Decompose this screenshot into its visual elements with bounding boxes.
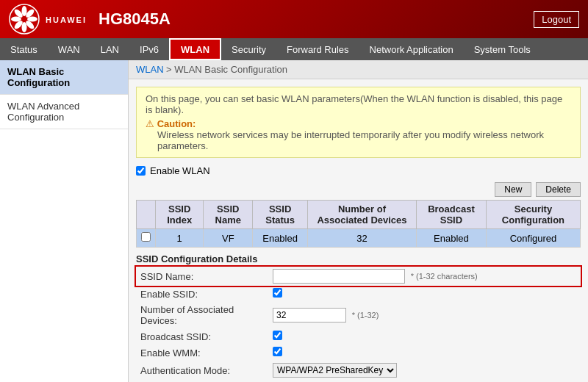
ssid-name-label: SSID Name: [136,267,268,286]
header: HUAWEI HG8045A Logout [0,0,588,38]
caution-label: Caution: [157,118,196,129]
ssid-table: SSID Index SSID Name SSID Status Number … [136,200,581,248]
enable-wlan-label: Enable WLAN [150,165,210,176]
main-content: WLAN > WLAN Basic Configuration On this … [129,60,588,382]
nav-security[interactable]: Security [221,38,276,60]
info-main-text: On this page, you can set basic WLAN par… [146,93,571,115]
nav-lan[interactable]: LAN [90,38,129,60]
model-title: HG8045A [98,10,171,29]
broadcast-checkbox[interactable] [273,331,282,340]
col-index: SSID Index [156,201,204,229]
delete-button[interactable]: Delete [536,182,581,197]
breadcrumb-current: WLAN Basic Configuration [174,64,287,75]
nav-system-tools[interactable]: System Tools [464,38,541,60]
huawei-logo [9,4,40,35]
row-checkbox-cell [137,229,156,248]
svg-point-1 [22,6,27,16]
nav-forward-rules[interactable]: Forward Rules [276,38,359,60]
auth-cell: WPA/WPA2 PreSharedKey WPA WPA2 None [268,361,581,380]
wmm-cell [268,345,581,361]
breadcrumb-wlan[interactable]: WLAN [136,64,164,75]
wmm-checkbox[interactable] [273,347,282,356]
enable-wlan-checkbox[interactable] [136,166,146,176]
auth-row: Authentication Mode: WPA/WPA2 PreSharedK… [136,361,581,380]
nav-wan[interactable]: WAN [48,38,90,60]
nav-ipv6[interactable]: IPv6 [129,38,169,60]
action-buttons: New Delete [136,182,581,197]
enable-ssid-checkbox[interactable] [273,288,282,298]
col-security: Security Configuration [486,201,580,229]
ssid-name-hint: * (1-32 characters) [411,272,478,281]
ssid-name-row: SSID Name: * (1-32 characters) [136,267,581,286]
enable-ssid-row: Enable SSID: [136,286,581,302]
nav-bar: Status WAN LAN IPv6 WLAN Security Forwar… [0,38,588,60]
col-checkbox [137,201,156,229]
caution-text: Wireless network services may be interru… [157,129,571,151]
wmm-row: Enable WMM: [136,345,581,361]
col-devices: Number of Associated Devices [308,201,417,229]
broadcast-cell [268,328,581,345]
new-button[interactable]: New [495,182,531,197]
nav-wlan[interactable]: WLAN [169,38,221,60]
svg-point-3 [27,17,37,22]
info-box: On this page, you can set basic WLAN par… [136,87,581,158]
row-broadcast: Enabled [416,229,486,248]
caution-row: ⚠ Caution: [146,118,571,129]
breadcrumb: WLAN > WLAN Basic Configuration [129,60,588,79]
enable-ssid-cell [268,286,581,302]
config-form: SSID Name: * (1-32 characters) Enable SS… [136,267,581,382]
enable-ssid-label: Enable SSID: [136,286,268,302]
auth-select[interactable]: WPA/WPA2 PreSharedKey WPA WPA2 None [273,363,397,378]
wmm-label: Enable WMM: [136,345,268,361]
row-checkbox[interactable] [141,232,151,242]
sidebar: WLAN Basic Configuration WLAN Advanced C… [0,60,129,382]
devices-label-text: Number of AssociatedDevices: [140,304,234,326]
ssid-name-input[interactable] [273,269,405,284]
row-devices: 32 [308,229,417,248]
broadcast-label: Broadcast SSID: [136,328,268,345]
breadcrumb-separator: > [166,64,174,75]
col-broadcast: Broadcast SSID [416,201,486,229]
devices-row: Number of AssociatedDevices: * (1-32) [136,302,581,328]
content-area: WLAN Basic Configuration WLAN Advanced C… [0,60,588,382]
sidebar-item-basic[interactable]: WLAN Basic Configuration [0,60,128,95]
devices-label: Number of AssociatedDevices: [136,302,268,328]
devices-cell: * (1-32) [268,302,581,328]
svg-point-5 [22,22,27,32]
logout-button[interactable]: Logout [534,11,579,28]
col-name: SSID Name [204,201,253,229]
config-section-title: SSID Configuration Details [136,253,581,267]
row-status: Enabled [253,229,308,248]
nav-status[interactable]: Status [0,38,48,60]
enable-wlan-row: Enable WLAN [136,165,581,176]
row-index: 1 [156,229,204,248]
row-name: VF [204,229,253,248]
sidebar-item-advanced[interactable]: WLAN Advanced Configuration [0,95,128,129]
row-security: Configured [486,229,580,248]
ssid-name-value-cell: * (1-32 characters) [268,267,581,286]
col-status: SSID Status [253,201,308,229]
devices-input[interactable] [273,308,346,322]
auth-label: Authentication Mode: [136,361,268,380]
nav-network-application[interactable]: Network Application [359,38,464,60]
svg-point-7 [11,17,21,22]
brand-label: HUAWEI [46,15,87,24]
devices-hint: * (1-32) [352,311,379,320]
logo-area: HUAWEI HG8045A [9,4,171,35]
broadcast-row: Broadcast SSID: [136,328,581,345]
table-row[interactable]: 1 VF Enabled 32 Enabled Configured [137,229,581,248]
warning-icon: ⚠ [146,118,154,129]
